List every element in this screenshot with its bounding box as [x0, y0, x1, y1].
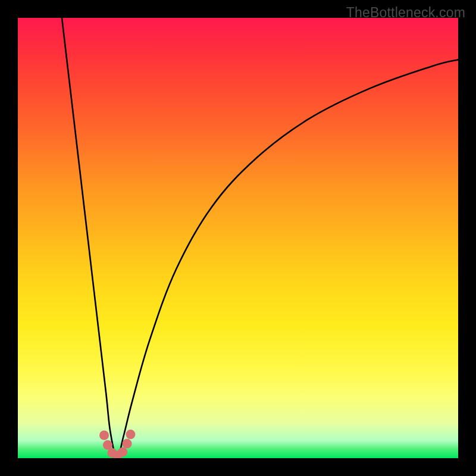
bottleneck-curve — [18, 18, 458, 458]
curve-marker — [123, 439, 132, 449]
curve-marker — [126, 430, 135, 439]
chart-frame: TheBottleneck.com — [0, 0, 476, 476]
curve-marker — [118, 447, 127, 457]
plot-area — [18, 18, 458, 458]
curve-marker — [99, 431, 109, 440]
watermark-text: TheBottleneck.com — [346, 5, 465, 21]
